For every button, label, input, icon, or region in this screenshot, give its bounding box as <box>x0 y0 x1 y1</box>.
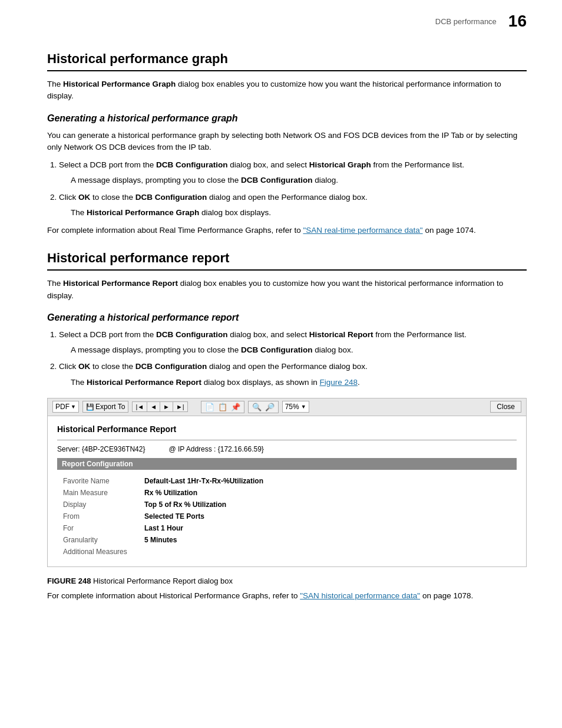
row-label: From <box>58 511 141 522</box>
figure-label: FIGURE 248 <box>47 577 91 585</box>
section1-intro-bold: Historical Performance Graph <box>63 80 176 88</box>
page-number: 16 <box>508 12 527 31</box>
figure-content: Historical Performance Report Server: {4… <box>48 416 526 566</box>
figure248-link[interactable]: Figure 248 <box>319 378 358 387</box>
section2-intro-bold: Historical Performance Report <box>63 279 178 288</box>
row-label: Additional Measures <box>58 546 141 557</box>
zoom-arrow-icon: ▼ <box>301 404 306 410</box>
section2-steps: Select a DCB port from the DCB Configura… <box>59 329 527 388</box>
section1-subsection-title: Generating a historical performance grap… <box>47 113 527 124</box>
row-value: Rx % Utilization <box>142 487 515 498</box>
section2-step1-note: A message displays, prompting you to clo… <box>59 344 527 356</box>
new-page-icon[interactable]: 📄 <box>204 403 216 411</box>
format-arrow-icon: ▼ <box>71 404 76 410</box>
save-icon: 💾 <box>86 403 94 411</box>
section1-step1-note: A message displays, prompting you to clo… <box>59 174 527 186</box>
section1-block: Historical performance graph The Histori… <box>47 51 527 236</box>
section2-step2-note: The Historical Performance Report dialog… <box>59 377 527 388</box>
figure248-container: PDF ▼ 💾 Export To |◄ ◄ ► ►| 📄 📋 📌 🔍 <box>47 398 527 567</box>
section2-subsection-title: Generating a historical performance repo… <box>47 312 527 323</box>
server-label: Server: {4BP-2CE936TN42} <box>57 445 145 453</box>
row-value: Default-Last 1Hr-Tx-Rx-%Utilization <box>142 476 515 486</box>
export-label: Export To <box>95 403 125 411</box>
row-value: Selected TE Ports <box>142 511 515 522</box>
report-config-table: Favorite NameDefault-Last 1Hr-Tx-Rx-%Uti… <box>57 475 517 558</box>
row-label: Display <box>58 499 141 510</box>
pin-icon[interactable]: 📌 <box>230 403 242 411</box>
format-dropdown[interactable]: PDF ▼ <box>52 401 79 413</box>
copy-icon[interactable]: 📋 <box>217 403 229 411</box>
section1-ref-link[interactable]: "SAN real-time performance data" <box>303 226 422 235</box>
zoom-dropdown[interactable]: 75% ▼ <box>282 401 309 413</box>
close-button[interactable]: Close <box>490 401 521 413</box>
page-header: DCB performance 16 <box>47 12 527 34</box>
zoom-out-icon[interactable]: 🔍 <box>251 403 263 411</box>
report-title: Historical Performance Report <box>57 424 517 434</box>
section2-block: Historical performance report The Histor… <box>47 251 527 602</box>
zoom-value: 75% <box>285 403 299 411</box>
row-label: Granularity <box>58 535 141 545</box>
table-row: FromSelected TE Ports <box>58 511 515 522</box>
server-row: Server: {4BP-2CE936TN42} @ IP Address : … <box>57 445 517 453</box>
table-row: Favorite NameDefault-Last 1Hr-Tx-Rx-%Uti… <box>58 476 515 486</box>
row-label: Favorite Name <box>58 476 141 486</box>
row-value: Top 5 of Rx % Utilization <box>142 499 515 510</box>
chapter-title: DCB performance <box>435 17 497 26</box>
report-config-header: Report Configuration <box>57 458 517 470</box>
zoom-in-icon[interactable]: 🔎 <box>264 403 276 411</box>
section1-step2-note: The Historical Performance Graph dialog … <box>59 207 527 219</box>
section1-ref: For complete information about Real Time… <box>47 225 527 236</box>
section1-step1: Select a DCB port from the DCB Configura… <box>59 159 527 187</box>
figure-toolbar: PDF ▼ 💾 Export To |◄ ◄ ► ►| 📄 📋 📌 🔍 <box>48 398 526 416</box>
figure-caption-text: Historical Performance Report dialog box <box>91 577 233 585</box>
format-label: PDF <box>55 403 70 411</box>
table-row: Main MeasureRx % Utilization <box>58 487 515 498</box>
zoom-icons: 🔍 🔎 <box>248 401 279 413</box>
section2-intro: The Historical Performance Report dialog… <box>47 278 527 302</box>
section2-step1: Select a DCB port from the DCB Configura… <box>59 329 527 357</box>
nav-first-icon[interactable]: |◄ <box>133 402 147 411</box>
section2-ref: For complete information about Historica… <box>47 590 527 602</box>
table-row: Additional Measures <box>58 546 515 557</box>
section1-steps: Select a DCB port from the DCB Configura… <box>59 159 527 219</box>
section2-step2: Click OK to close the DCB Configuration … <box>59 361 527 388</box>
section2-title: Historical performance report <box>47 251 527 271</box>
row-value: 5 Minutes <box>142 535 515 545</box>
ip-label: @ IP Address : {172.16.66.59} <box>168 445 263 453</box>
section2-ref-link[interactable]: "SAN historical performance data" <box>300 591 420 600</box>
nav-last-icon[interactable]: ►| <box>173 402 187 411</box>
table-row: Granularity5 Minutes <box>58 535 515 545</box>
page-icons: 📄 📋 📌 <box>201 401 244 413</box>
section1-intro: The Historical Performance Graph dialog … <box>47 78 527 103</box>
export-button[interactable]: 💾 Export To <box>82 401 128 413</box>
figure248-caption: FIGURE 248 Historical Performance Report… <box>47 577 527 585</box>
table-row: ForLast 1 Hour <box>58 523 515 533</box>
row-label: For <box>58 523 141 533</box>
section1-title: Historical performance graph <box>47 51 527 71</box>
section1-step2: Click OK to close the DCB Configuration … <box>59 192 527 219</box>
row-value: Last 1 Hour <box>142 523 515 533</box>
nav-prev-icon[interactable]: ◄ <box>147 402 160 411</box>
table-row: DisplayTop 5 of Rx % Utilization <box>58 499 515 510</box>
section1-subsection-intro: You can generate a historical performanc… <box>47 130 527 154</box>
nav-buttons: |◄ ◄ ► ►| <box>132 401 187 412</box>
row-value <box>142 546 515 557</box>
row-label: Main Measure <box>58 487 141 498</box>
nav-next-icon[interactable]: ► <box>160 402 173 411</box>
